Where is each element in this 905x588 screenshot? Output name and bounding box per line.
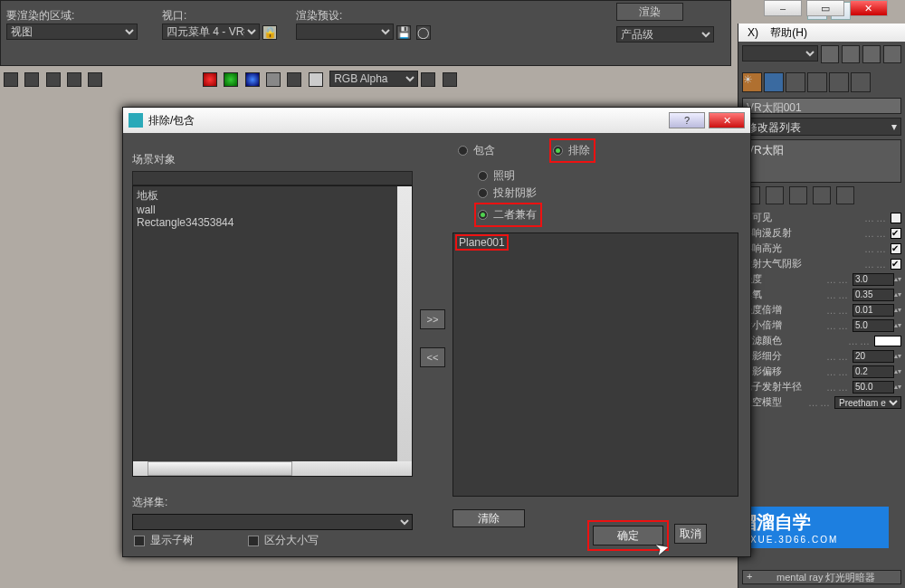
dialog-titlebar[interactable]: 排除/包含 ? ✕ (123, 108, 750, 133)
logo-brand: 溜溜自学 (738, 510, 838, 535)
scene-objects-label: 场景对象 (132, 152, 413, 167)
both-radio[interactable]: 二者兼有 (478, 207, 537, 223)
util-tab-icon[interactable] (851, 72, 871, 92)
prop-label: 不可见 (742, 211, 862, 224)
list-item[interactable]: wall (137, 204, 408, 216)
circle-icon[interactable]: ◯ (416, 25, 431, 40)
spinner[interactable] (853, 319, 894, 332)
menu-help[interactable]: 帮助(H) (770, 26, 807, 39)
spinner[interactable] (853, 289, 894, 301)
channel-g-icon[interactable] (224, 72, 238, 87)
clone-icon[interactable] (46, 72, 61, 87)
channel-select[interactable]: RGB Alpha (329, 71, 418, 87)
channel-b-icon[interactable] (245, 72, 260, 87)
motion-tab-icon[interactable] (807, 72, 827, 92)
maximize-button[interactable]: ▭ (806, 0, 844, 16)
spinner[interactable] (853, 365, 894, 378)
print-icon[interactable] (67, 72, 81, 87)
config-icon[interactable] (836, 186, 854, 204)
exclude-radio[interactable]: 排除 (553, 143, 590, 158)
channel-a-icon[interactable] (266, 72, 281, 87)
prop-label: 强度 (742, 272, 824, 286)
include-radio[interactable]: 包含 (458, 140, 495, 161)
show-end-icon[interactable] (766, 186, 784, 204)
spinner[interactable] (853, 350, 894, 363)
prop-row: 臭氧……▴▾ (742, 287, 901, 302)
cancel-button[interactable]: 取消 (674, 524, 707, 544)
create-tab-icon[interactable]: ☀ (742, 72, 762, 92)
scene-objects-list[interactable]: 地板wallRectangle34353844 (132, 185, 413, 477)
save-icon[interactable] (4, 72, 18, 87)
properties-rollup: 不可见……影响漫反射……影响高光……投射大气阴影……强度……▴▾臭氧……▴▾强度… (742, 210, 901, 410)
list-item[interactable]: 地板 (137, 188, 408, 204)
viewport-select[interactable]: 四元菜单 4 - VR摄 (162, 24, 260, 40)
region-select[interactable]: 视图 (6, 24, 138, 40)
prop-row: 大小倍增……▴▾ (742, 318, 901, 333)
case-sensitive-checkbox[interactable]: 区分大小写 (248, 533, 319, 548)
dialog-title: 排除/包含 (148, 113, 195, 128)
dropdown[interactable]: Preetham et (834, 396, 901, 409)
hierarchy-tab-icon[interactable] (786, 72, 805, 92)
preset-label: 渲染预设: (296, 9, 342, 22)
modify-tab-icon[interactable] (764, 72, 784, 92)
spinner[interactable] (853, 381, 894, 394)
selection-set-select[interactable] (132, 514, 413, 530)
delete-icon[interactable] (88, 72, 102, 87)
prop-row: 影响漫反射…… (742, 225, 901, 241)
save-preset-icon[interactable]: 💾 (396, 25, 411, 40)
menu-x[interactable]: X) (748, 26, 758, 39)
preset-select[interactable] (296, 24, 394, 40)
modifier-stack[interactable]: VR太阳 (742, 139, 901, 183)
checkbox[interactable] (891, 228, 901, 239)
logo-sub: ZIXUE.3D66.COM (738, 535, 838, 545)
bg-swatch[interactable] (309, 72, 323, 87)
dialog-help-button[interactable]: ? (669, 112, 705, 128)
clear-button[interactable]: 清除 (452, 509, 525, 527)
dialog-close-button[interactable]: ✕ (709, 112, 745, 128)
add-button[interactable]: >> (420, 309, 445, 329)
overlay-a-icon[interactable] (421, 72, 435, 87)
object-name-field[interactable]: VR太阳001 (742, 98, 901, 114)
tool-d-icon[interactable] (883, 45, 901, 63)
tool-c-icon[interactable] (862, 45, 881, 63)
overlay-b-icon[interactable] (443, 72, 457, 87)
tool-a-icon[interactable] (821, 45, 839, 63)
spinner[interactable] (853, 304, 894, 317)
close-button[interactable]: ✕ (850, 0, 888, 16)
prop-row: 强度倍增……▴▾ (742, 302, 901, 318)
list-item[interactable]: Rectangle34353844 (137, 216, 408, 229)
display-tab-icon[interactable] (829, 72, 849, 92)
minimize-button[interactable]: – (764, 0, 802, 16)
render-button[interactable]: 渲染 (616, 3, 683, 21)
exclude-list[interactable]: Plane001 (452, 232, 738, 497)
scrollbar-h-thumb[interactable] (148, 461, 292, 476)
list-item[interactable]: Plane001 (455, 234, 509, 251)
make-unique-icon[interactable] (789, 186, 807, 204)
lock-icon[interactable]: 🔒 (262, 25, 277, 40)
checkbox[interactable] (891, 259, 901, 270)
scrollbar-v[interactable] (397, 186, 412, 461)
prop-label: 臭氧 (742, 288, 824, 301)
prop-label: 大小倍增 (742, 318, 824, 332)
copy-icon[interactable] (24, 72, 39, 87)
command-panel: X) 帮助(H) ☀ VR太阳001 修改器列表 ▾ VR太阳 不可见……影响漫… (738, 24, 905, 588)
checkbox[interactable] (891, 213, 901, 223)
prop-label: 天空模型 (742, 395, 805, 409)
history-select[interactable] (742, 45, 818, 62)
remove-button[interactable]: << (420, 347, 445, 367)
mono-icon[interactable] (287, 72, 301, 87)
cast-shadow-radio[interactable]: 投射阴影 (478, 185, 738, 201)
prop-row: 过滤颜色…… (742, 333, 901, 348)
checkbox[interactable] (891, 243, 901, 254)
color-swatch[interactable] (874, 336, 901, 346)
render-mode-select[interactable]: 产品级 (616, 26, 714, 43)
scene-search-input[interactable] (132, 171, 413, 185)
spinner[interactable] (853, 273, 894, 286)
channel-r-icon[interactable] (203, 72, 217, 87)
os-window-buttons: – ▭ ✕ (762, 0, 905, 22)
modifier-list-label: 修改器列表 (747, 121, 801, 134)
show-subtree-checkbox[interactable]: 显示子树 (134, 533, 194, 548)
lighting-radio[interactable]: 照明 (478, 168, 738, 184)
remove-mod-icon[interactable] (813, 186, 831, 204)
tool-b-icon[interactable] (842, 45, 860, 63)
